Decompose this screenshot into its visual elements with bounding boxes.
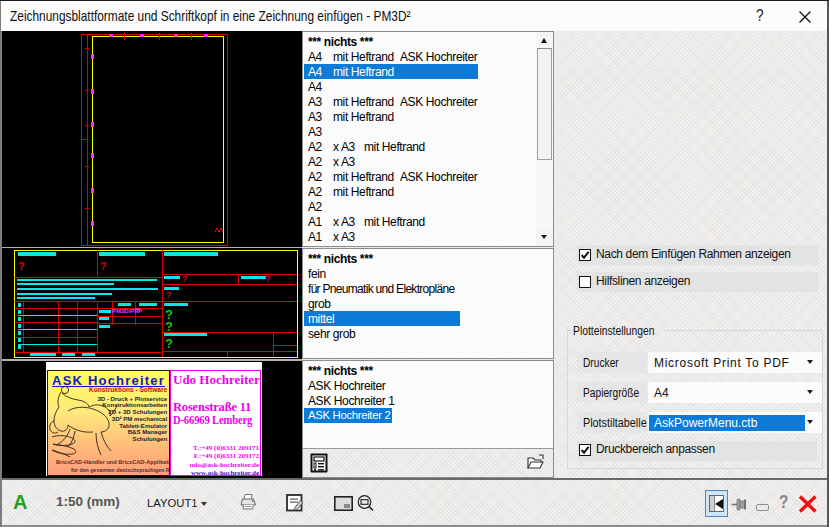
svg-text:?: ? (182, 274, 188, 284)
svg-text:?: ? (165, 319, 173, 334)
svg-text:?: ? (166, 290, 172, 300)
svg-text:?: ? (265, 274, 271, 284)
svg-text:?: ? (165, 336, 173, 351)
svg-text:PM3D/PPP: PM3D/PPP (112, 308, 142, 314)
svg-text:?: ? (100, 260, 107, 272)
svg-text:?: ? (18, 260, 25, 272)
